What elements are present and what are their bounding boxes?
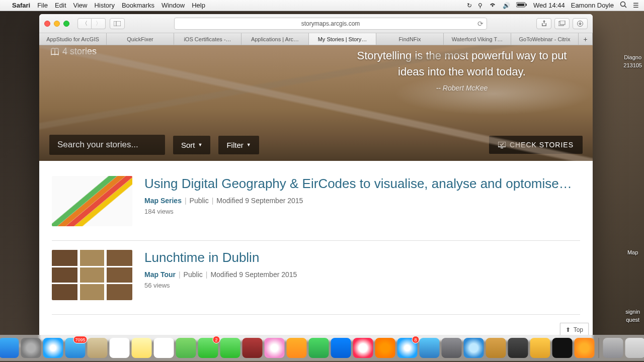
story-title-link[interactable]: Using Digital Geography & EirCodes to vi… bbox=[144, 176, 577, 192]
menu-bookmarks[interactable]: Bookmarks bbox=[122, 2, 154, 9]
app-name[interactable]: Safari bbox=[12, 2, 30, 9]
photobooth-icon[interactable] bbox=[243, 338, 263, 358]
dock: 709528 bbox=[0, 335, 644, 361]
page-content: 4 stories Storytelling is the most power… bbox=[39, 45, 593, 341]
menu-history[interactable]: History bbox=[94, 2, 114, 9]
story-item: Using Digital Geography & EirCodes to vi… bbox=[52, 171, 580, 241]
safari-window: 〈 〉 storymaps.arcgis.com ⟳ AppStudio for… bbox=[39, 14, 593, 341]
badge: 7095 bbox=[73, 336, 87, 343]
preview-icon[interactable] bbox=[420, 338, 440, 358]
badge: 8 bbox=[412, 336, 420, 343]
appstore-icon[interactable]: 8 bbox=[397, 338, 418, 358]
url-text: storymaps.arcgis.com bbox=[301, 20, 360, 27]
minimize-window-button[interactable] bbox=[54, 21, 60, 27]
address-bar[interactable]: storymaps.arcgis.com ⟳ bbox=[174, 18, 487, 30]
zoom-window-button[interactable] bbox=[63, 21, 69, 27]
search-stories-input[interactable] bbox=[49, 135, 165, 155]
window-controls bbox=[44, 21, 69, 27]
sidebar-button[interactable] bbox=[110, 18, 125, 29]
volume-icon[interactable]: 🔊 bbox=[503, 2, 510, 9]
share-button[interactable] bbox=[536, 18, 551, 29]
ftp-icon[interactable] bbox=[530, 338, 550, 358]
svg-rect-1 bbox=[526, 4, 527, 6]
menu-window[interactable]: Window bbox=[162, 2, 185, 9]
photos-icon[interactable] bbox=[265, 338, 285, 358]
menubar-clock[interactable]: Wed 14:44 bbox=[533, 2, 565, 9]
arrow-up-icon: ⬆ bbox=[566, 326, 571, 333]
calendar-icon[interactable] bbox=[110, 338, 130, 358]
menu-file[interactable]: File bbox=[37, 2, 48, 9]
pages-icon[interactable] bbox=[287, 338, 307, 358]
mail-icon[interactable]: 7095 bbox=[65, 338, 86, 358]
close-window-button[interactable] bbox=[44, 21, 50, 27]
numbers-icon[interactable] bbox=[309, 338, 329, 358]
menu-help[interactable]: Help bbox=[192, 2, 205, 9]
hero-controls: Sort▼ Filter▼ CHECK STORIES bbox=[39, 135, 593, 155]
battery-icon[interactable] bbox=[516, 2, 527, 9]
menubar-user[interactable]: Eamonn Doyle bbox=[571, 2, 614, 9]
back-button[interactable]: 〈 bbox=[77, 18, 92, 29]
story-item: Lunchtime in DublinMap Tour|Public|Modif… bbox=[52, 241, 580, 315]
story-thumbnail[interactable] bbox=[52, 176, 132, 226]
svg-rect-2 bbox=[517, 4, 524, 6]
browser-tab[interactable]: Applications | Arc… bbox=[242, 33, 309, 45]
svg-line-4 bbox=[625, 6, 627, 8]
reminders-icon[interactable] bbox=[154, 338, 174, 358]
story-thumbnail[interactable] bbox=[52, 250, 132, 300]
keynote-icon[interactable] bbox=[331, 338, 351, 358]
safari-icon[interactable] bbox=[43, 338, 63, 358]
sort-dropdown[interactable]: Sort▼ bbox=[173, 136, 210, 154]
story-views: 184 views bbox=[144, 208, 580, 215]
svg-point-3 bbox=[621, 2, 625, 7]
gotomeeting-icon[interactable] bbox=[575, 338, 595, 358]
wifi-icon[interactable] bbox=[489, 2, 497, 9]
story-meta: Map Tour|Public|Modified 9 September 201… bbox=[144, 270, 580, 279]
maps-icon[interactable] bbox=[176, 338, 196, 358]
spotlight-icon[interactable] bbox=[620, 1, 627, 10]
contacts-icon[interactable] bbox=[88, 338, 108, 358]
ibooks-icon[interactable] bbox=[375, 338, 395, 358]
check-stories-button[interactable]: CHECK STORIES bbox=[489, 136, 583, 154]
browser-tab[interactable]: AppStudio for ArcGIS bbox=[39, 33, 107, 45]
browser-tab[interactable]: FindNFix bbox=[376, 33, 444, 45]
svg-rect-5 bbox=[114, 21, 121, 26]
downloads-icon[interactable] bbox=[603, 338, 623, 358]
story-title-link[interactable]: Lunchtime in Dublin bbox=[144, 250, 577, 265]
globe-icon[interactable] bbox=[464, 338, 484, 358]
launchpad-icon[interactable] bbox=[21, 338, 41, 358]
menu-view[interactable]: View bbox=[73, 2, 88, 9]
story-views: 56 views bbox=[144, 282, 580, 289]
monitor-icon[interactable] bbox=[552, 338, 573, 358]
downloads-button[interactable] bbox=[573, 18, 588, 29]
browser-tab[interactable]: Waterford Viking T… bbox=[444, 33, 511, 45]
notification-center-icon[interactable]: ☰ bbox=[633, 2, 639, 9]
settings-icon[interactable] bbox=[442, 338, 462, 358]
finder-icon[interactable] bbox=[0, 338, 19, 358]
book-icon bbox=[50, 47, 59, 56]
timemachine-icon[interactable]: ↻ bbox=[467, 2, 472, 9]
dock-separator bbox=[599, 338, 599, 358]
menu-edit[interactable]: Edit bbox=[55, 2, 66, 9]
new-tab-button[interactable]: + bbox=[579, 33, 593, 45]
facetime-icon[interactable] bbox=[220, 338, 240, 358]
hero-banner: 4 stories Storytelling is the most power… bbox=[39, 45, 593, 161]
chevron-down-icon: ▼ bbox=[198, 142, 203, 147]
notes-icon[interactable] bbox=[132, 338, 152, 358]
itunes-icon[interactable] bbox=[353, 338, 373, 358]
browser-tab[interactable]: GoToWebinar - Citrix bbox=[511, 33, 579, 45]
trash-icon[interactable] bbox=[625, 338, 645, 358]
tabs-button[interactable] bbox=[554, 18, 570, 29]
chevron-down-icon: ▼ bbox=[247, 142, 251, 147]
bluetooth-icon[interactable]: ⚲ bbox=[478, 2, 482, 9]
messages-icon[interactable]: 2 bbox=[198, 338, 218, 358]
browser-tab[interactable]: QuickFixer bbox=[107, 33, 174, 45]
sublime-icon[interactable] bbox=[508, 338, 528, 358]
filter-dropdown[interactable]: Filter▼ bbox=[218, 136, 259, 154]
forward-button[interactable]: 〉 bbox=[92, 18, 106, 29]
safari-toolbar: 〈 〉 storymaps.arcgis.com ⟳ bbox=[39, 14, 593, 33]
story-meta: Map Series|Public|Modified 9 September 2… bbox=[144, 197, 580, 205]
browser-tab[interactable]: My Stories | Story… bbox=[309, 33, 376, 45]
keychain-icon[interactable] bbox=[486, 338, 506, 358]
reload-icon[interactable]: ⟳ bbox=[477, 20, 484, 28]
browser-tab[interactable]: iOS Certificates -… bbox=[174, 33, 242, 45]
